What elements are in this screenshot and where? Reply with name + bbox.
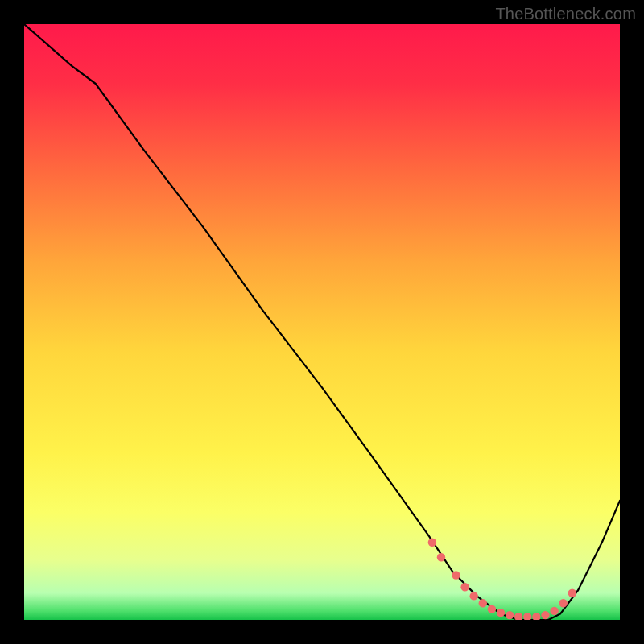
highlight-dot — [550, 607, 558, 615]
highlight-dot — [437, 553, 445, 561]
bottleneck-curve — [24, 24, 620, 620]
highlight-dot — [470, 592, 478, 600]
highlight-dot — [532, 613, 540, 620]
highlight-dot — [541, 611, 549, 619]
highlight-dot — [559, 599, 568, 607]
watermark-text: TheBottleneck.com — [495, 5, 636, 23]
highlight-dot — [523, 613, 531, 620]
highlight-dots-group — [428, 539, 576, 620]
highlight-dot — [497, 609, 505, 617]
plot-area — [24, 24, 620, 620]
highlight-dot — [488, 605, 496, 613]
highlight-dot — [460, 583, 469, 591]
highlight-dot — [428, 539, 436, 547]
line-layer — [24, 24, 620, 620]
chart-frame: TheBottleneck.com — [0, 0, 644, 644]
highlight-dot — [506, 611, 514, 619]
highlight-dot — [514, 613, 522, 620]
highlight-dot — [452, 571, 460, 579]
highlight-dot — [479, 599, 487, 607]
highlight-dot — [568, 589, 576, 597]
